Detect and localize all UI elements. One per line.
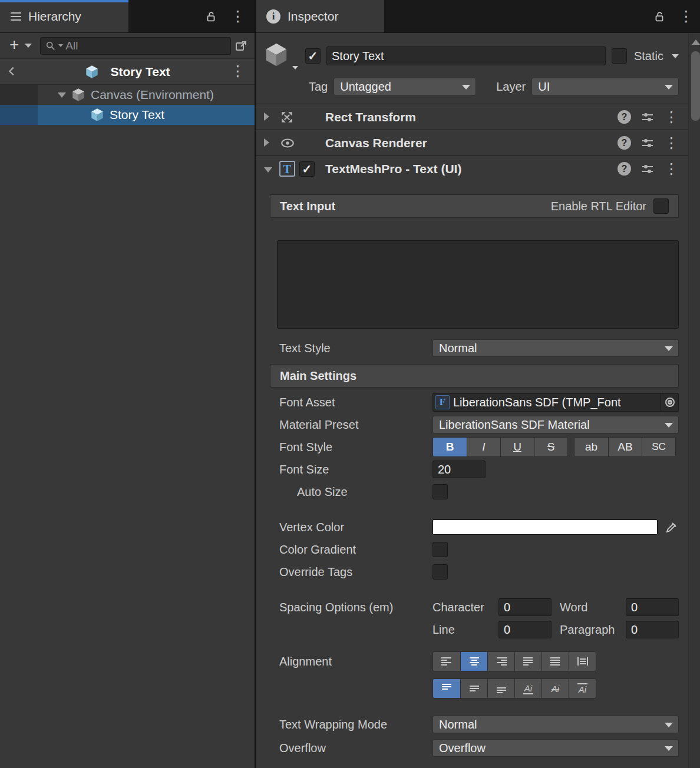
align-bottom-button[interactable] <box>487 679 514 698</box>
rect-transform-header[interactable]: Rect Transform ? ⋮ <box>256 104 688 130</box>
component-kebab-icon[interactable]: ⋮ <box>664 135 679 150</box>
gameobject-icon[interactable] <box>263 41 299 71</box>
tag-layer-row: Tag Untagged Layer UI <box>263 78 679 95</box>
prefab-breadcrumb-bar: Story Text ⋮ <box>0 59 255 85</box>
eyedropper-icon[interactable] <box>658 520 679 534</box>
unity-editor: Hierarchy ⋮ + <box>0 0 700 768</box>
align-right-button[interactable] <box>487 652 514 671</box>
align-geometry-center-button[interactable] <box>569 652 596 671</box>
tmp-text-body: Text Input Enable RTL Editor Text Style … <box>256 181 688 768</box>
line-spacing-field[interactable] <box>498 621 552 638</box>
search-filter-caret[interactable] <box>58 44 63 47</box>
overflow-label: Overflow <box>279 741 432 755</box>
text-wrapping-dropdown[interactable]: Normal <box>432 716 679 733</box>
inspector-scrollbar[interactable] <box>688 34 700 768</box>
back-chevron-icon[interactable] <box>6 65 19 78</box>
align-baseline-button[interactable]: Ai <box>514 679 541 698</box>
paragraph-spacing-field[interactable] <box>626 621 679 638</box>
canvas-renderer-header[interactable]: Canvas Renderer ? ⋮ <box>256 130 688 155</box>
align-center-button[interactable] <box>460 652 487 671</box>
help-icon[interactable]: ? <box>618 110 631 124</box>
scrollbar-thumb[interactable] <box>691 51 700 121</box>
kebab-menu-icon[interactable]: ⋮ <box>230 9 245 24</box>
gameobject-name-field[interactable] <box>326 47 606 65</box>
hierarchy-row-story-text[interactable]: Story Text <box>0 105 255 125</box>
overflow-dropdown[interactable]: Overflow <box>432 739 679 757</box>
presets-icon[interactable] <box>640 136 655 150</box>
overflow-row: Overflow Overflow <box>270 736 679 760</box>
word-spacing-field[interactable] <box>626 598 679 616</box>
help-icon[interactable]: ? <box>618 136 631 150</box>
bold-button[interactable]: B <box>433 438 467 456</box>
hierarchy-search[interactable] <box>40 37 231 55</box>
component-kebab-icon[interactable]: ⋮ <box>664 161 679 176</box>
search-input[interactable] <box>65 39 226 52</box>
tag-dropdown[interactable]: Untagged <box>334 78 476 95</box>
font-size-field[interactable] <box>432 461 486 478</box>
align-justified-button[interactable] <box>514 652 541 671</box>
breadcrumb-kebab-icon[interactable]: ⋮ <box>230 64 245 78</box>
presets-icon[interactable] <box>640 162 655 176</box>
canvas-cube-icon <box>71 87 86 102</box>
kebab-menu-icon[interactable]: ⋮ <box>679 9 694 24</box>
lowercase-button[interactable]: ab <box>574 438 608 456</box>
override-tags-checkbox[interactable] <box>432 564 448 580</box>
foldout-open-icon[interactable] <box>58 92 66 98</box>
object-picker-icon[interactable] <box>661 393 678 411</box>
inspector-tabbar: i Inspector ⋮ <box>256 0 700 33</box>
align-top-button[interactable] <box>433 679 460 698</box>
color-gradient-checkbox[interactable] <box>432 542 448 557</box>
italic-button[interactable]: I <box>467 438 500 456</box>
breadcrumb[interactable]: Story Text <box>0 64 255 80</box>
foldout-collapsed-icon[interactable] <box>264 136 279 150</box>
font-size-row: Font Size <box>270 458 679 481</box>
font-asset-field[interactable]: F LiberationSans SDF (TMP_Font <box>432 393 679 412</box>
foldout-collapsed-icon[interactable] <box>264 110 279 124</box>
underline-button[interactable]: U <box>500 438 534 456</box>
component-title: Canvas Renderer <box>325 136 427 150</box>
scroll-up-arrow[interactable] <box>692 39 700 45</box>
presets-icon[interactable] <box>640 110 655 124</box>
enable-rtl-checkbox[interactable] <box>653 198 669 214</box>
smallcaps-button[interactable]: SC <box>642 438 675 456</box>
vertical-alignment-group: Ai Ai Ai <box>432 678 596 699</box>
text-style-dropdown[interactable]: Normal <box>432 339 679 357</box>
hierarchy-row-canvas[interactable]: Canvas (Environment) <box>0 85 255 105</box>
component-kebab-icon[interactable]: ⋮ <box>664 110 679 124</box>
tab-inspector[interactable]: i Inspector <box>256 0 384 32</box>
align-middle-button[interactable] <box>460 679 487 698</box>
active-checkbox[interactable] <box>305 48 321 64</box>
static-checkbox[interactable] <box>612 48 627 64</box>
create-button[interactable]: + <box>6 37 21 55</box>
help-icon[interactable]: ? <box>618 162 631 176</box>
tab-hierarchy[interactable]: Hierarchy <box>0 0 128 32</box>
auto-size-checkbox[interactable] <box>432 484 448 499</box>
inspector-content: Static Tag Untagged Layer UI <box>256 33 688 768</box>
material-preset-dropdown[interactable]: LiberationSans SDF Material <box>432 416 679 433</box>
align-midline-button[interactable]: Ai <box>541 679 569 698</box>
alignment-row-vertical: Ai Ai Ai <box>270 677 679 700</box>
text-wrapping-row: Text Wrapping Mode Normal <box>270 713 679 736</box>
lock-icon[interactable] <box>653 10 666 23</box>
material-preset-value: LiberationSans SDF Material <box>439 418 590 432</box>
align-left-button[interactable] <box>433 652 460 671</box>
static-dropdown-caret[interactable] <box>672 54 679 58</box>
create-dropdown-caret[interactable] <box>25 44 32 48</box>
align-flush-button[interactable] <box>541 652 569 671</box>
lock-icon[interactable] <box>204 10 217 23</box>
text-input-area[interactable] <box>277 240 679 329</box>
align-capline-button[interactable]: Ai <box>569 679 596 698</box>
character-spacing-field[interactable] <box>498 598 552 616</box>
gameobject-icon-caret[interactable] <box>292 66 298 69</box>
text-wrapping-label: Text Wrapping Mode <box>279 718 432 731</box>
tmp-text-header[interactable]: T TextMeshPro - Text (UI) ? ⋮ <box>256 155 688 181</box>
hierarchy-list-icon <box>11 10 21 23</box>
uppercase-button[interactable]: AB <box>608 438 642 456</box>
strikethrough-button[interactable]: S <box>534 438 567 456</box>
foldout-expanded-icon[interactable] <box>264 162 279 176</box>
component-enabled-checkbox[interactable] <box>299 161 315 177</box>
scene-picking-icon[interactable] <box>235 39 249 53</box>
hierarchy-row-label: Canvas (Environment) <box>91 88 214 102</box>
layer-dropdown[interactable]: UI <box>531 78 679 95</box>
vertex-color-swatch[interactable] <box>432 519 658 535</box>
